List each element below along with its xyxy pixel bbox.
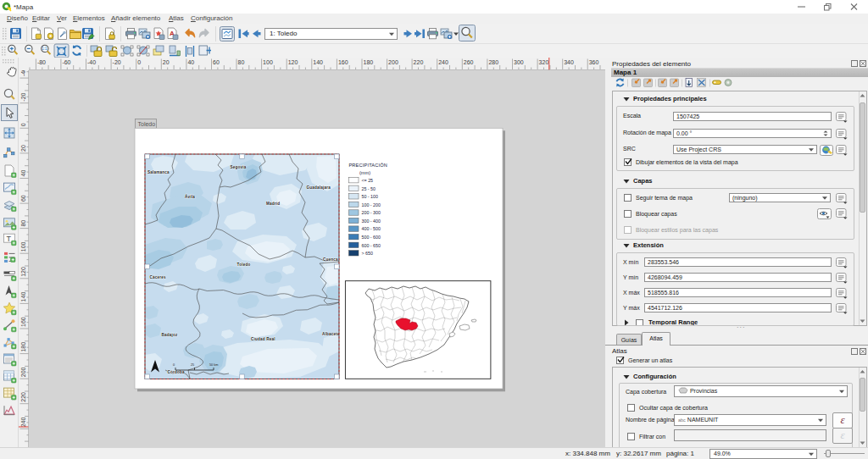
svg-text:T: T (7, 235, 12, 243)
svg-text:300: 300 (514, 59, 524, 65)
svg-text:25: 25 (191, 363, 194, 367)
svg-text:60: 60 (213, 59, 220, 65)
svg-text:40: 40 (187, 59, 194, 65)
svg-text:50 km: 50 km (209, 363, 218, 367)
svg-text:Toledo: Toledo (237, 263, 251, 267)
svg-text:-40: -40 (87, 59, 96, 65)
svg-text:320: 320 (539, 59, 549, 65)
svg-text:160: 160 (338, 59, 348, 65)
svg-text:200: 200 (388, 59, 398, 65)
svg-text:240: 240 (438, 59, 448, 65)
svg-text:Ávila: Ávila (185, 194, 195, 199)
svg-text:180: 180 (364, 59, 374, 65)
svg-text:50 - 100: 50 - 100 (362, 194, 378, 199)
svg-text:Cáceres: Cáceres (150, 275, 167, 279)
svg-text:200: 200 (20, 367, 26, 377)
svg-text:100: 100 (20, 241, 26, 252)
svg-text:> 650: > 650 (362, 251, 373, 256)
svg-text:360: 360 (589, 59, 599, 65)
svg-text:-60: -60 (62, 59, 70, 65)
svg-text:<= 25: <= 25 (362, 178, 374, 183)
svg-text:(mm): (mm) (359, 170, 370, 175)
svg-text:100 - 200: 100 - 200 (362, 202, 381, 207)
svg-text:Madrid: Madrid (266, 202, 280, 206)
svg-text:0: 0 (137, 59, 141, 65)
svg-text:120: 120 (288, 59, 298, 65)
svg-text:500 - 600: 500 - 600 (362, 235, 381, 240)
svg-text:Ciudad Real: Ciudad Real (251, 337, 275, 341)
svg-text:220: 220 (20, 392, 26, 402)
svg-text:140: 140 (20, 292, 26, 302)
svg-text:Cuenca: Cuenca (323, 257, 338, 262)
svg-text:-20: -20 (113, 59, 121, 65)
svg-text:300 - 400: 300 - 400 (362, 218, 381, 224)
svg-text:Córdoba: Córdoba (168, 370, 186, 374)
svg-text:100: 100 (263, 59, 273, 65)
svg-text:60: 60 (20, 195, 26, 202)
svg-text:20: 20 (20, 145, 26, 152)
svg-text:PRECIPITACIÓN: PRECIPITACIÓN (348, 163, 387, 168)
svg-text:-40: -40 (20, 70, 26, 76)
svg-text:280: 280 (488, 59, 498, 65)
svg-text:240: 240 (20, 418, 26, 428)
svg-text:Guadalajara: Guadalajara (307, 185, 331, 190)
svg-text:160: 160 (20, 317, 26, 327)
svg-text:Badajoz: Badajoz (162, 333, 179, 337)
svg-text:25 - 50: 25 - 50 (362, 186, 376, 191)
svg-text:260: 260 (464, 59, 474, 65)
svg-text:400 - 500: 400 - 500 (362, 226, 381, 231)
svg-text:80: 80 (20, 220, 26, 227)
svg-text:-80: -80 (37, 59, 46, 65)
svg-text:220: 220 (414, 59, 424, 65)
svg-text:20: 20 (163, 59, 170, 65)
svg-text:-20: -20 (20, 92, 26, 101)
svg-text:80: 80 (238, 59, 245, 65)
svg-text:120: 120 (20, 267, 26, 277)
svg-text:340: 340 (564, 59, 574, 65)
svg-text:Albacete: Albacete (322, 332, 340, 336)
svg-text:600 - 650: 600 - 650 (362, 243, 381, 248)
svg-text:180: 180 (20, 342, 26, 352)
svg-text:40: 40 (20, 170, 26, 177)
svg-text:1:1: 1:1 (42, 47, 47, 51)
svg-text:Toledo: Toledo (138, 121, 156, 127)
svg-text:Salamanca: Salamanca (147, 170, 170, 174)
svg-text:0: 0 (173, 363, 175, 367)
svg-text:200 - 300: 200 - 300 (362, 210, 381, 215)
svg-text:140: 140 (313, 59, 323, 65)
svg-text:Segovia: Segovia (231, 165, 247, 169)
svg-text:0: 0 (20, 123, 26, 126)
